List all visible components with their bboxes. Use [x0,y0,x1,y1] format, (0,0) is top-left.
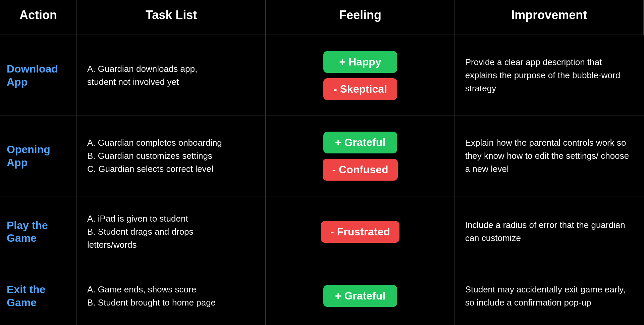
action-play: Play the Game [0,196,77,267]
task-exit: A. Game ends, shows scoreB. Student brou… [77,267,266,325]
improvement-exit: Student may accidentally exit game early… [455,267,644,325]
header-feeling: Feeling [266,0,455,35]
badge-frustrated: - Frustrated [321,221,399,243]
action-label-opening: Opening App [7,143,70,169]
improvement-text-play: Include a radius of error that the guard… [465,219,634,245]
task-download: A. Guardian downloads app,student not in… [77,35,266,116]
feeling-download: + Happy - Skeptical [266,35,455,116]
feeling-opening: + Grateful - Confused [266,116,455,196]
improvement-play: Include a radius of error that the guard… [455,196,644,267]
action-label-download: Download App [7,62,70,88]
feeling-exit: + Grateful [266,267,455,325]
action-label-exit: Exit the Game [7,283,70,309]
task-text-download: A. Guardian downloads app,student not in… [87,62,255,89]
task-text-opening: A. Guardian completes onboardingB. Guard… [87,136,255,176]
action-label-play: Play the Game [7,219,70,245]
task-text-exit: A. Game ends, shows scoreB. Student brou… [87,283,255,309]
badge-grateful-1: + Grateful [323,132,397,153]
badge-confused: - Confused [323,159,397,181]
header-action: Action [0,0,77,35]
feeling-play: - Frustrated [266,196,455,267]
action-exit: Exit the Game [0,267,77,325]
header-tasklist: Task List [77,0,266,35]
action-opening: Opening App [0,116,77,196]
improvement-opening: Explain how the parental controls work s… [455,116,644,196]
badge-skeptical: - Skeptical [323,78,397,100]
improvement-text-opening: Explain how the parental controls work s… [465,136,634,176]
header-improvement: Improvement [455,0,644,35]
task-play: A. iPad is given to studentB. Student dr… [77,196,266,267]
improvement-text-exit: Student may accidentally exit game early… [465,283,634,309]
action-download: Download App [0,35,77,116]
task-text-play: A. iPad is given to studentB. Student dr… [87,212,255,251]
improvement-download: Provide a clear app description that exp… [455,35,644,116]
main-table: Action Task List Feeling Improvement Dow… [0,0,644,325]
improvement-text-download: Provide a clear app description that exp… [465,56,634,95]
task-opening: A. Guardian completes onboardingB. Guard… [77,116,266,196]
badge-grateful-2: + Grateful [323,285,397,307]
badge-happy: + Happy [323,51,397,73]
